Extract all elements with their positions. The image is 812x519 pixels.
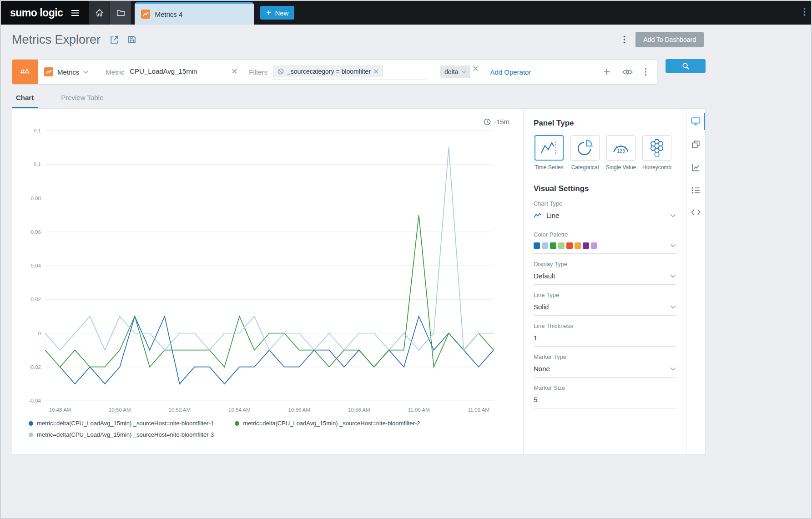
legend-item-series-2[interactable]: metric=delta(CPU_LoadAvg_15min) _sourceH… — [235, 420, 420, 427]
palette-swatch — [550, 242, 556, 249]
palette-swatch — [558, 242, 565, 249]
operator-chip[interactable]: delta — [440, 66, 470, 78]
main-card: -15m 0.10.10.080.060.040.020-0.02-0.0410… — [12, 108, 706, 455]
clock-icon — [484, 118, 491, 126]
panel-type-single-value[interactable]: 123 Single Value — [605, 135, 636, 171]
run-search-button[interactable] — [666, 59, 706, 73]
page-header: Metrics Explorer Add To Dashboard — [1, 25, 811, 55]
panel-type-label: Time Series — [535, 164, 564, 171]
panel-type-options: Time Series Categorical — [534, 135, 676, 171]
tab-preview-table[interactable]: Preview Table — [57, 94, 107, 108]
time-range-selector[interactable]: -15m — [484, 118, 509, 126]
filters-field-label: Filters — [249, 68, 267, 76]
svg-text:10:50 AM: 10:50 AM — [109, 407, 131, 413]
svg-text:10:54 AM: 10:54 AM — [228, 407, 251, 413]
marker-size-input[interactable]: Marker Size 5 — [534, 384, 676, 408]
display-type-select[interactable]: Display Type Default — [534, 261, 676, 285]
share-export-icon[interactable] — [110, 35, 119, 45]
svg-text:0.02: 0.02 — [31, 297, 41, 302]
legend-swatch — [235, 421, 239, 426]
line-thickness-input[interactable]: Line Thickness 1 — [534, 322, 676, 347]
legend-item-series-1[interactable]: metric=delta(CPU_LoadAvg_15min) _sourceH… — [29, 420, 214, 427]
svg-text:10:58 AM: 10:58 AM — [348, 407, 370, 413]
metric-input[interactable]: CPU_LoadAvg_15min — [129, 66, 238, 78]
line-type-select[interactable]: Line Type Solid — [534, 292, 676, 316]
save-icon[interactable] — [127, 35, 136, 44]
clear-metric-icon[interactable] — [232, 69, 237, 74]
marker-size-value: 5 — [534, 396, 537, 403]
chart-legend: metric=delta(CPU_LoadAvg_15min) _sourceH… — [29, 420, 517, 438]
home-button[interactable] — [89, 1, 110, 25]
add-query-row-icon[interactable] — [603, 68, 610, 76]
hamburger-menu-icon[interactable] — [71, 10, 80, 16]
view-tabs: Chart Preview Table — [12, 94, 811, 108]
chart-type-select[interactable]: Chart Type Line — [534, 200, 676, 224]
query-row: #A Metrics Metric CPU_LoadAvg_15min Filt… — [12, 59, 706, 85]
top-navigation-bar: sumo logic Metrics 4 New — [1, 1, 811, 25]
code-icon[interactable] — [686, 209, 705, 216]
panel-settings-monitor-icon[interactable] — [686, 117, 705, 126]
field-label: Line Thickness — [534, 322, 676, 329]
tab-metrics-4[interactable]: Metrics 4 — [135, 2, 254, 25]
panel-type-label: Categorical — [571, 164, 599, 171]
display-type-value: Default — [534, 272, 555, 280]
new-tab-button[interactable]: New — [260, 6, 294, 20]
svg-text:0: 0 — [38, 331, 41, 336]
time-range-value: -15m — [494, 118, 509, 126]
sumo-logic-logo: sumo logic — [10, 7, 63, 19]
gauge-icon: 123 — [611, 139, 631, 156]
tab-chart[interactable]: Chart — [12, 94, 38, 108]
query-kebab-menu[interactable] — [645, 68, 647, 76]
panel-type-time-series[interactable]: Time Series — [534, 135, 565, 171]
field-label: Color Palette — [534, 231, 676, 238]
time-series-chart[interactable]: 0.10.10.080.060.040.020-0.02-0.0410:48 A… — [18, 124, 500, 419]
add-operator-link[interactable]: Add Operator — [490, 68, 531, 76]
panel-type-label: Single Value — [606, 164, 636, 171]
remove-operator-icon[interactable] — [473, 66, 478, 71]
marker-type-select[interactable]: Marker Type None — [534, 353, 676, 378]
filters-input[interactable]: _sourcecategory = bloomfilter — [272, 64, 427, 80]
add-to-dashboard-button[interactable]: Add To Dashboard — [635, 32, 704, 47]
legend-label: metric=delta(CPU_LoadAvg_15min) _sourceH… — [243, 420, 420, 427]
color-palette-swatches — [534, 242, 597, 249]
query-row-badge: #A — [12, 60, 38, 84]
operator-wrap: delta — [440, 66, 478, 78]
metric-field-label: Metric — [106, 68, 124, 76]
axes-chart-icon[interactable] — [686, 163, 705, 172]
topbar-kebab-menu[interactable] — [798, 7, 811, 18]
legend-swatch — [29, 433, 33, 437]
honeycomb-icon — [647, 139, 667, 157]
folder-icon — [116, 9, 125, 17]
field-label: Marker Size — [534, 384, 676, 391]
field-label: Display Type — [534, 261, 676, 267]
svg-text:0.04: 0.04 — [31, 263, 41, 268]
remove-filter-icon[interactable] — [374, 69, 378, 74]
svg-text:10:48 AM: 10:48 AM — [49, 407, 71, 413]
legend-item-series-3[interactable]: metric=delta(CPU_LoadAvg_15min) _sourceH… — [29, 431, 214, 438]
legend-list-icon[interactable] — [686, 186, 705, 194]
new-button-label: New — [275, 9, 288, 17]
queries-copy-icon[interactable] — [686, 140, 705, 149]
metric-input-value: CPU_LoadAvg_15min — [130, 67, 197, 75]
svg-text:0.06: 0.06 — [31, 229, 41, 235]
svg-text:0.1: 0.1 — [34, 128, 41, 133]
library-button[interactable] — [110, 1, 131, 25]
header-kebab-menu[interactable] — [623, 35, 625, 44]
legend-label: metric=delta(CPU_LoadAvg_15min) _sourceH… — [37, 420, 214, 427]
svg-text:0.08: 0.08 — [31, 196, 41, 201]
filter-chip[interactable]: _sourcecategory = bloomfilter — [273, 66, 383, 77]
query-source-selector[interactable]: Metrics — [44, 67, 88, 76]
chevron-down-icon — [83, 71, 88, 74]
palette-swatch — [566, 242, 573, 249]
tab-label: Metrics 4 — [155, 10, 182, 18]
field-label: Line Type — [534, 292, 676, 298]
svg-text:0.1: 0.1 — [34, 161, 41, 167]
panel-type-honeycomb[interactable]: Honeycomb — [641, 135, 672, 171]
legend-swatch — [29, 421, 33, 426]
metrics-tab-icon — [141, 10, 150, 19]
panel-type-categorical[interactable]: Categorical — [570, 135, 600, 171]
color-palette-select[interactable]: Color Palette — [534, 231, 676, 254]
panel-settings: Panel Type Time Series — [523, 109, 686, 454]
visibility-eye-icon[interactable] — [622, 69, 633, 76]
search-icon — [682, 62, 690, 70]
